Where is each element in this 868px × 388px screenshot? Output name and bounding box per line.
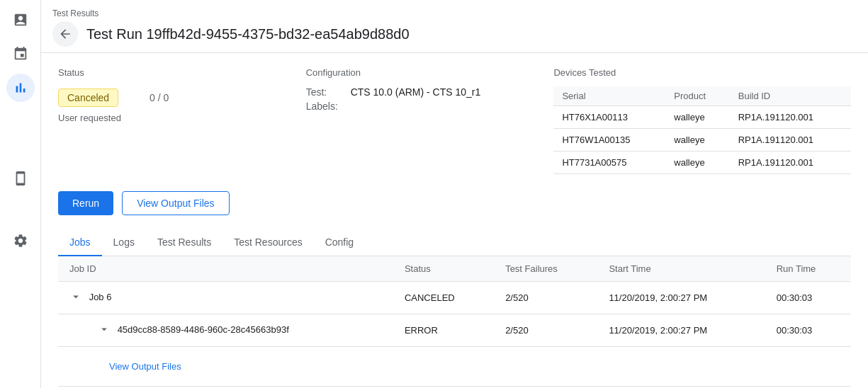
config-test-label: Test: <box>306 86 345 98</box>
sub-job-status: ERROR <box>393 314 494 347</box>
devices-block: Devices Tested Serial Product Build ID H… <box>553 67 851 174</box>
jobs-table-header-row: Job ID Status Test Failures Start Time R… <box>58 256 851 282</box>
devices-col-serial: Serial <box>553 86 665 106</box>
tab-jobs[interactable]: Jobs <box>58 229 102 256</box>
job-failures: 2/520 <box>494 282 597 314</box>
jobs-col-start: Start Time <box>597 256 765 282</box>
device-product: walleye <box>665 129 729 152</box>
sidebar-item-settings[interactable] <box>6 227 35 255</box>
jobs-col-status: Status <box>393 256 494 282</box>
sidebar-item-analytics[interactable] <box>6 74 35 102</box>
breadcrumb: Test Results <box>52 8 851 18</box>
job-id-label: Job 6 <box>89 292 112 302</box>
jobs-table-row: Job 6 CANCELED 2/520 11/20/2019, 2:00:27… <box>58 282 851 314</box>
status-badge: Canceled <box>58 89 118 107</box>
sub-job-runtime: 00:30:03 <box>765 314 851 347</box>
jobs-col-id: Job ID <box>58 256 393 282</box>
status-sub: User requested <box>58 113 306 123</box>
jobs-table: Job ID Status Test Failures Start Time R… <box>58 256 851 387</box>
status-title: Status <box>58 67 306 78</box>
device-serial: HT7731A00575 <box>553 152 665 174</box>
config-title: Configuration <box>306 67 554 78</box>
sub-job-id-label: 45d9cc88-8589-4486-960c-28c45663b93f <box>118 324 289 335</box>
devices-col-buildid: Build ID <box>730 86 851 106</box>
jobs-sub-row: 45d9cc88-8589-4486-960c-28c45663b93f ERR… <box>58 314 851 347</box>
expand-button[interactable] <box>69 290 82 305</box>
tab-test-resources[interactable]: Test Resources <box>222 229 313 256</box>
job-start-time: 11/20/2019, 2:00:27 PM <box>597 282 765 314</box>
progress-text: 0 / 0 <box>150 92 169 103</box>
sub-job-start: 11/20/2019, 2:00:27 PM <box>597 314 765 347</box>
device-table-row: HT76W1A00135 walleye RP1A.191120.001 <box>553 129 851 152</box>
sub-expand-button[interactable] <box>98 323 111 338</box>
main-content: Test Results Test Run 19ffb42d-9455-4375… <box>41 0 868 388</box>
sidebar-item-calendar[interactable] <box>6 40 35 68</box>
tab-test-results[interactable]: Test Results <box>146 229 222 256</box>
config-test-row: Test: CTS 10.0 (ARM) - CTS 10_r1 <box>306 86 554 98</box>
status-block: Status Canceled 0 / 0 User requested <box>58 67 306 174</box>
tab-logs[interactable]: Logs <box>102 229 146 256</box>
view-output-button[interactable]: View Output Files <box>122 191 229 215</box>
rerun-button[interactable]: Rerun <box>58 191 113 215</box>
jobs-col-runtime: Run Time <box>765 256 851 282</box>
view-output-cell: View Output Files <box>58 347 851 387</box>
config-test-value: CTS 10.0 (ARM) - CTS 10_r1 <box>351 86 481 98</box>
devices-table-header-row: Serial Product Build ID <box>553 86 851 106</box>
device-serial: HT76W1A00135 <box>553 129 665 152</box>
job-status: CANCELED <box>393 282 494 314</box>
device-buildid: RP1A.191120.001 <box>730 129 851 152</box>
devices-title: Devices Tested <box>553 67 851 78</box>
page-title: Test Run 19ffb42d-9455-4375-bd32-ea54ab9… <box>86 26 410 42</box>
device-buildid: RP1A.191120.001 <box>730 152 851 174</box>
device-product: walleye <box>665 152 729 174</box>
sidebar <box>0 0 41 388</box>
device-table-row: HT76X1A00113 walleye RP1A.191120.001 <box>553 106 851 129</box>
sidebar-item-tasks[interactable] <box>6 6 35 34</box>
devices-table: Serial Product Build ID HT76X1A00113 wal… <box>553 86 851 174</box>
title-row: Test Run 19ffb42d-9455-4375-bd32-ea54ab9… <box>52 21 851 47</box>
config-labels-row: Labels: <box>306 101 554 112</box>
action-row: Rerun View Output Files <box>58 191 851 215</box>
view-output-row: View Output Files <box>58 347 851 387</box>
tab-config[interactable]: Config <box>314 229 365 256</box>
back-button[interactable] <box>52 21 78 47</box>
info-section: Status Canceled 0 / 0 User requested Con… <box>58 67 851 174</box>
job-runtime: 00:30:03 <box>765 282 851 314</box>
devices-col-product: Product <box>665 86 729 106</box>
config-labels-label: Labels: <box>306 101 345 112</box>
jobs-col-failures: Test Failures <box>494 256 597 282</box>
device-product: walleye <box>665 106 729 129</box>
view-output-link-button[interactable]: View Output Files <box>69 355 193 377</box>
tabs-bar: Jobs Logs Test Results Test Resources Co… <box>58 229 851 256</box>
device-table-row: HT7731A00575 walleye RP1A.191120.001 <box>553 152 851 174</box>
sidebar-item-devices[interactable] <box>6 164 35 193</box>
device-buildid: RP1A.191120.001 <box>730 106 851 129</box>
sub-job-failures: 2/520 <box>494 314 597 347</box>
header: Test Results Test Run 19ffb42d-9455-4375… <box>41 0 868 53</box>
config-block: Configuration Test: CTS 10.0 (ARM) - CTS… <box>306 67 554 174</box>
device-serial: HT76X1A00113 <box>553 106 665 129</box>
job-id-cell: Job 6 <box>58 282 393 314</box>
content-area: Status Canceled 0 / 0 User requested Con… <box>41 53 868 388</box>
sub-job-id-cell: 45d9cc88-8589-4486-960c-28c45663b93f <box>58 314 393 347</box>
